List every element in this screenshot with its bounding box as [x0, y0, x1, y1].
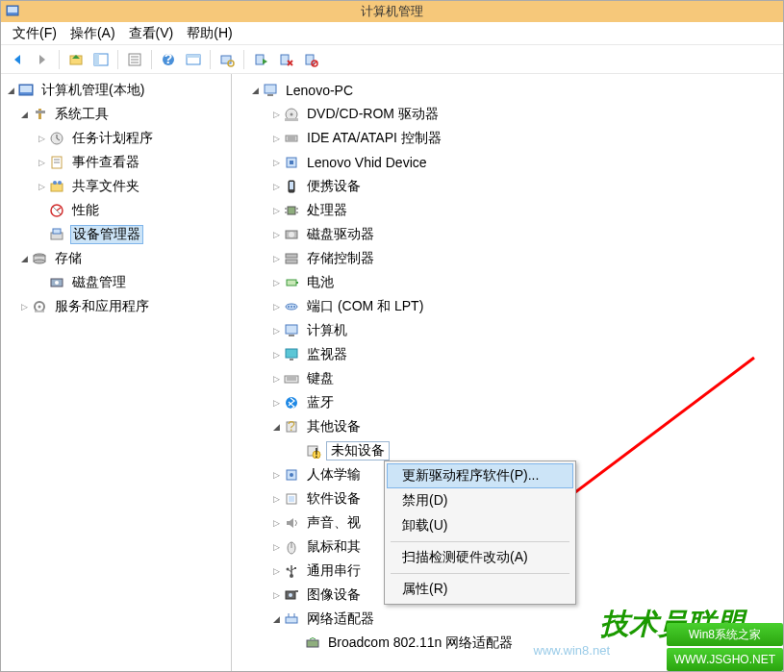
help-button[interactable]: ? — [158, 49, 179, 70]
menu-file[interactable]: 文件(F) — [9, 23, 61, 44]
menu-help[interactable]: 帮助(H) — [183, 23, 236, 44]
device-item[interactable]: 端口 (COM 和 LPT) — [232, 294, 783, 318]
tree-item[interactable]: 设备管理器 — [1, 222, 231, 246]
expand-toggle[interactable] — [270, 229, 282, 240]
expand-toggle[interactable] — [291, 445, 303, 457]
device-item[interactable]: 监视器 — [232, 342, 783, 366]
tree-item[interactable]: 服务和应用程序 — [1, 294, 231, 318]
tree-item[interactable]: 性能 — [1, 198, 231, 222]
toolbar-separator — [243, 50, 244, 69]
services-icon — [32, 299, 49, 314]
keyboard-icon — [284, 371, 301, 386]
expand-toggle[interactable] — [270, 157, 282, 168]
device-item[interactable]: 蓝牙 — [232, 390, 783, 414]
svg-rect-101 — [286, 617, 297, 623]
expand-toggle[interactable] — [270, 133, 282, 144]
right-tree-pane[interactable]: Lenovo-PCDVD/CD-ROM 驱动器IDE ATA/ATAPI 控制器… — [232, 74, 783, 671]
expand-toggle[interactable] — [270, 565, 282, 577]
task-icon — [49, 131, 66, 146]
expand-toggle[interactable] — [36, 157, 47, 168]
toolbar: ? — [1, 45, 783, 74]
tree-item[interactable]: 存储 — [1, 246, 231, 270]
tree-root[interactable]: 计算机管理(本地) — [1, 78, 231, 102]
context-menu-item[interactable]: 卸载(U) — [387, 513, 573, 538]
up-button[interactable] — [65, 49, 87, 70]
svg-rect-89 — [289, 496, 294, 502]
systools-icon — [32, 107, 49, 122]
expand-toggle[interactable] — [270, 397, 282, 409]
context-menu-item[interactable]: 属性(R) — [387, 577, 573, 602]
expand-toggle[interactable] — [18, 109, 30, 120]
device-item[interactable]: 磁盘驱动器 — [232, 222, 783, 246]
expand-toggle[interactable] — [36, 181, 47, 192]
expand-toggle[interactable] — [36, 205, 47, 216]
expand-toggle[interactable] — [18, 253, 30, 264]
device-item[interactable]: 处理器 — [232, 198, 783, 222]
show-hide-tree-button[interactable] — [90, 49, 112, 70]
expand-toggle[interactable] — [270, 277, 282, 288]
device-item[interactable]: DVD/CD-ROM 驱动器 — [232, 102, 783, 126]
context-menu-item[interactable]: 禁用(D) — [387, 488, 573, 513]
expand-toggle[interactable] — [270, 109, 282, 120]
disable-button[interactable] — [300, 49, 321, 70]
device-item[interactable]: 计算机 — [232, 318, 783, 342]
expand-toggle[interactable] — [36, 229, 47, 240]
device-item[interactable]: 存储控制器 — [232, 246, 783, 270]
title-bar: 计算机管理 — [1, 1, 783, 22]
back-button[interactable] — [7, 49, 28, 70]
left-tree-pane[interactable]: 计算机管理(本地)系统工具任务计划程序事件查看器共享文件夹性能设备管理器存储磁盘… — [1, 74, 232, 671]
expand-toggle[interactable] — [270, 613, 282, 625]
tree-item[interactable]: 事件查看器 — [1, 150, 231, 174]
expand-toggle[interactable] — [270, 301, 282, 312]
tree-item[interactable]: 共享文件夹 — [1, 174, 231, 198]
scan-button[interactable] — [216, 49, 238, 70]
enable-button[interactable] — [250, 49, 271, 70]
expand-toggle[interactable] — [18, 301, 30, 312]
properties-button[interactable] — [124, 49, 145, 70]
svg-rect-23 — [20, 86, 32, 92]
view-button[interactable] — [183, 49, 204, 70]
forward-button[interactable] — [32, 49, 53, 70]
expand-toggle[interactable] — [270, 205, 282, 216]
context-menu-item[interactable]: 扫描检测硬件改动(A) — [387, 545, 573, 570]
software-icon — [284, 491, 301, 507]
device-item[interactable]: !未知设备 — [232, 438, 783, 462]
device-item[interactable]: ?其他设备 — [232, 414, 783, 438]
tree-item[interactable]: 系统工具 — [1, 102, 231, 126]
share-icon — [49, 179, 66, 194]
expand-toggle[interactable] — [36, 277, 47, 288]
svg-point-64 — [289, 232, 294, 237]
device-root[interactable]: Lenovo-PC — [232, 78, 783, 102]
expand-toggle[interactable] — [270, 253, 282, 264]
device-item[interactable]: IDE ATA/ATAPI 控制器 — [232, 126, 783, 150]
expand-toggle[interactable] — [270, 469, 282, 481]
toolbar-separator — [117, 50, 118, 69]
device-item[interactable]: 便携设备 — [232, 174, 783, 198]
menu-action[interactable]: 操作(A) — [66, 23, 119, 44]
expand-toggle[interactable] — [36, 133, 47, 144]
expand-toggle[interactable] — [270, 421, 282, 433]
expand-toggle[interactable] — [270, 493, 282, 505]
expand-toggle[interactable] — [270, 349, 282, 361]
device-item[interactable]: 键盘 — [232, 366, 783, 390]
menu-view[interactable]: 查看(V) — [125, 23, 178, 44]
expand-toggle[interactable] — [270, 181, 282, 192]
expand-toggle[interactable] — [270, 589, 282, 601]
context-menu-item[interactable]: 更新驱动程序软件(P)... — [387, 463, 573, 488]
expand-toggle[interactable] — [270, 541, 282, 553]
expand-toggle[interactable] — [270, 373, 282, 385]
device-item[interactable]: Lenovo Vhid Device — [232, 150, 783, 174]
expand-toggle[interactable] — [270, 325, 282, 336]
tree-item[interactable]: 任务计划程序 — [1, 126, 231, 150]
device-item[interactable]: 电池 — [232, 270, 783, 294]
mouse-icon — [284, 539, 301, 555]
ide-icon — [284, 131, 301, 146]
svg-point-43 — [55, 281, 59, 285]
svg-text:?: ? — [288, 419, 295, 434]
expand-toggle[interactable] — [291, 637, 303, 649]
tree-item[interactable]: 磁盘管理 — [1, 270, 231, 294]
unknown-icon: ! — [305, 443, 322, 459]
image-icon — [284, 587, 301, 603]
uninstall-button[interactable] — [275, 49, 296, 70]
expand-toggle[interactable] — [270, 517, 282, 529]
